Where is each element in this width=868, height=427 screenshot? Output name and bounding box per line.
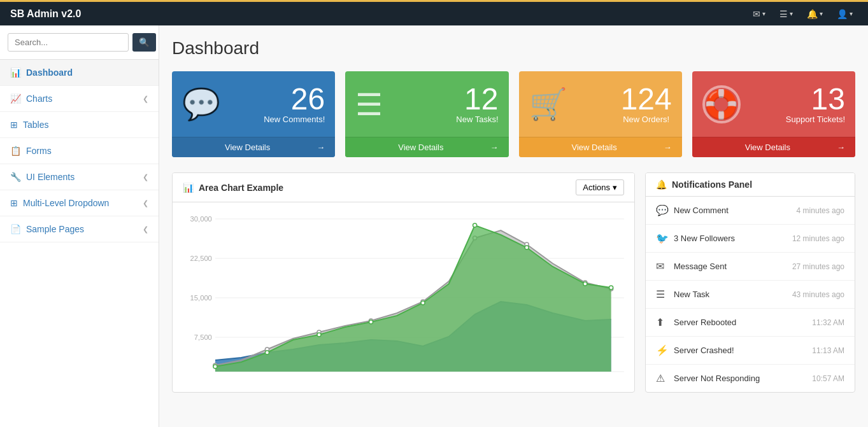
arrow-icon-tickets: → xyxy=(837,143,845,152)
sidebar-search-container: 🔍 xyxy=(0,25,159,60)
chevron-icon-ui: ❮ xyxy=(143,173,148,181)
bar-chart-icon: 📊 xyxy=(183,183,194,193)
dashboard-icon: 📊 xyxy=(10,67,21,78)
sidebar-item-sample-pages[interactable]: 📄 Sample Pages ❮ xyxy=(0,216,159,242)
top-nav-icons: ✉ ▾ ☰ ▾ 🔔 ▾ 👤 ▾ xyxy=(748,6,858,22)
comments-number: 26 xyxy=(264,84,325,115)
actions-button[interactable]: Actions ▾ xyxy=(576,179,624,195)
orders-label: New Orders! xyxy=(621,115,672,124)
brand-title: SB Admin v2.0 xyxy=(10,8,748,20)
svg-text:30,000: 30,000 xyxy=(190,215,212,223)
sidebar-nav: 📊 Dashboard 📈 Charts ❮ ⊞ Tables xyxy=(0,60,159,242)
main-content: Dashboard 💬 26 New Comments! View Detail… xyxy=(159,25,868,427)
stat-cards-container: 💬 26 New Comments! View Details → ☰ 12 xyxy=(172,71,855,157)
notif-item-comment[interactable]: 💬 New Comment 4 minutes ago xyxy=(646,197,855,225)
caret-icon: ▾ xyxy=(613,183,617,192)
orders-view-details[interactable]: View Details → xyxy=(519,137,682,157)
chart-panel-body: 30,000 22,500 15,000 7,500 xyxy=(173,202,634,388)
search-input[interactable] xyxy=(8,33,129,52)
twitter-icon: 🐦 xyxy=(656,232,669,244)
notifications-panel: 🔔 Notifications Panel 💬 New Comment 4 mi… xyxy=(645,172,855,393)
chart-panel-heading: 📊 Area Chart Example Actions ▾ xyxy=(173,173,634,202)
ui-icon: 🔧 xyxy=(10,172,21,182)
svg-point-22 xyxy=(265,351,269,354)
charts-icon: 📈 xyxy=(10,94,21,104)
notif-item-server-rebooted[interactable]: ⬆ Server Rebooted 11:32 AM xyxy=(646,309,855,337)
tickets-icon: 🛟 xyxy=(702,85,741,123)
tickets-number: 13 xyxy=(786,84,845,115)
tasks-number: 12 xyxy=(456,84,498,115)
notif-item-followers[interactable]: 🐦 3 New Followers 12 minutes ago xyxy=(646,225,855,253)
sidebar-item-ui-elements[interactable]: 🔧 UI Elements ❮ xyxy=(0,164,159,190)
notifications-list: 💬 New Comment 4 minutes ago 🐦 3 New Foll… xyxy=(646,197,855,392)
sidebar-label-charts: Charts xyxy=(26,94,52,104)
sidebar-label-dashboard: Dashboard xyxy=(26,67,73,78)
svg-text:22,500: 22,500 xyxy=(190,255,212,262)
sidebar-item-dashboard[interactable]: 📊 Dashboard xyxy=(0,60,159,86)
notif-item-server-not-responding[interactable]: ⚠ Server Not Responding 10:57 AM xyxy=(646,365,855,392)
sidebar: 🔍 📊 Dashboard 📈 Charts ❮ ⊞ Tables xyxy=(0,25,159,427)
sidebar-link-charts[interactable]: 📈 Charts ❮ xyxy=(0,86,159,112)
notif-item-server-crashed[interactable]: ⚡ Server Crashed! 11:13 AM xyxy=(646,337,855,365)
sidebar-label-forms: Forms xyxy=(26,146,52,156)
svg-text:15,000: 15,000 xyxy=(190,294,212,302)
stat-card-orders: 🛒 124 New Orders! View Details → xyxy=(519,71,682,157)
sidebar-link-dashboard[interactable]: 📊 Dashboard xyxy=(0,60,159,86)
notif-item-message[interactable]: ✉ Message Sent 27 minutes ago xyxy=(646,253,855,281)
stat-card-tasks: ☰ 12 New Tasks! View Details → xyxy=(345,71,508,157)
stat-card-top-comments: 💬 26 New Comments! xyxy=(172,71,335,137)
tasks-icon: ☰ xyxy=(355,87,383,122)
alerts-nav-btn[interactable]: 🔔 ▾ xyxy=(802,6,828,22)
stat-card-tickets: 🛟 13 Support Tickets! View Details → xyxy=(692,71,855,157)
svg-marker-20 xyxy=(215,225,611,372)
comments-icon: 💬 xyxy=(182,87,220,122)
sidebar-item-tables[interactable]: ⊞ Tables xyxy=(0,112,159,138)
chart-panel: 📊 Area Chart Example Actions ▾ xyxy=(172,172,635,393)
stat-card-comments: 💬 26 New Comments! View Details → xyxy=(172,71,335,157)
sidebar-link-forms[interactable]: 📋 Forms xyxy=(0,138,159,164)
sidebar-link-sample[interactable]: 📄 Sample Pages ❮ xyxy=(0,216,159,242)
sidebar-label-multi: Multi-Level Dropdown xyxy=(23,198,109,208)
orders-number: 124 xyxy=(621,84,672,115)
mail-nav-btn[interactable]: ✉ ▾ xyxy=(748,6,771,22)
stat-card-top-tasks: ☰ 12 New Tasks! xyxy=(345,71,508,137)
chevron-icon-multi: ❮ xyxy=(143,199,148,207)
svg-point-27 xyxy=(525,246,529,249)
tasks-label: New Tasks! xyxy=(456,115,498,124)
tasks-nav-btn[interactable]: ☰ ▾ xyxy=(774,6,798,22)
layout: 🔍 📊 Dashboard 📈 Charts ❮ ⊞ Tables xyxy=(0,25,868,427)
notif-item-task[interactable]: ☰ New Task 43 minutes ago xyxy=(646,281,855,309)
lower-section: 📊 Area Chart Example Actions ▾ xyxy=(172,172,855,393)
sidebar-item-charts[interactable]: 📈 Charts ❮ xyxy=(0,86,159,112)
chevron-icon-sample: ❮ xyxy=(143,225,148,234)
comments-view-details[interactable]: View Details → xyxy=(172,137,335,157)
tickets-label: Support Tickets! xyxy=(786,115,845,124)
tickets-view-details[interactable]: View Details → xyxy=(692,137,855,157)
chart-container: 30,000 22,500 15,000 7,500 xyxy=(183,213,624,378)
tasks-view-details[interactable]: View Details → xyxy=(345,137,508,157)
sidebar-link-tables[interactable]: ⊞ Tables xyxy=(0,112,159,138)
chevron-icon-charts: ❮ xyxy=(143,95,148,103)
sidebar-link-ui[interactable]: 🔧 UI Elements ❮ xyxy=(0,164,159,190)
sidebar-link-multi[interactable]: ⊞ Multi-Level Dropdown ❮ xyxy=(0,190,159,216)
stat-card-top-tickets: 🛟 13 Support Tickets! xyxy=(692,71,855,137)
sidebar-label-ui: UI Elements xyxy=(26,172,75,182)
page-title: Dashboard xyxy=(172,38,855,59)
bell-icon-notif: 🔔 xyxy=(656,179,667,190)
svg-point-26 xyxy=(473,223,477,227)
svg-point-24 xyxy=(369,320,373,324)
sample-icon: 📄 xyxy=(10,224,21,234)
svg-point-25 xyxy=(421,301,425,305)
upload-icon: ⬆ xyxy=(656,316,669,328)
forms-icon: 📋 xyxy=(10,146,21,156)
area-chart-svg: 30,000 22,500 15,000 7,500 xyxy=(183,213,624,378)
arrow-icon-tasks: → xyxy=(490,143,498,152)
sidebar-item-forms[interactable]: 📋 Forms xyxy=(0,138,159,164)
task-icon: ☰ xyxy=(656,288,669,300)
sidebar-label-sample: Sample Pages xyxy=(26,224,84,234)
search-button[interactable]: 🔍 xyxy=(132,33,156,52)
stat-card-value-comments: 26 New Comments! xyxy=(264,84,325,124)
svg-point-21 xyxy=(213,365,217,368)
user-nav-btn[interactable]: 👤 ▾ xyxy=(832,6,858,22)
sidebar-item-multi-level[interactable]: ⊞ Multi-Level Dropdown ❮ xyxy=(0,190,159,216)
